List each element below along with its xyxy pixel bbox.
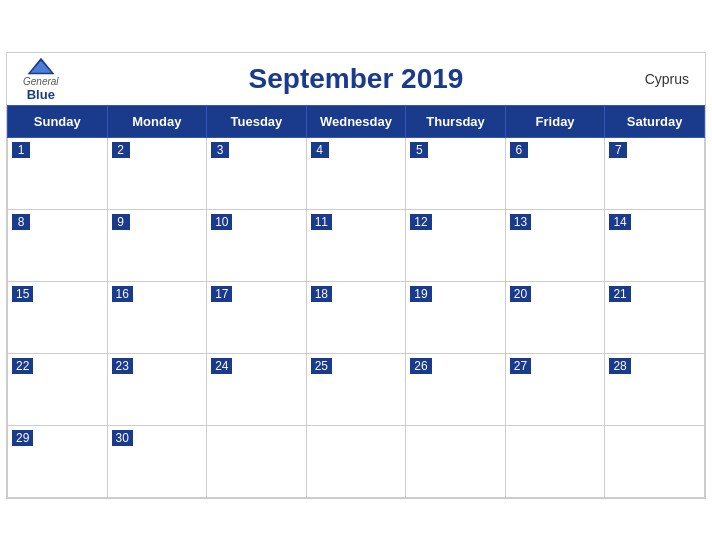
day-number: 30 <box>112 430 133 446</box>
header-wednesday: Wednesday <box>306 105 406 137</box>
day-number: 1 <box>12 142 30 158</box>
header-saturday: Saturday <box>605 105 705 137</box>
calendar-day-cell: 3 <box>207 137 307 209</box>
header-monday: Monday <box>107 105 207 137</box>
calendar-title: September 2019 <box>249 63 464 95</box>
day-number: 16 <box>112 286 133 302</box>
day-number: 26 <box>410 358 431 374</box>
calendar-day-cell <box>207 425 307 497</box>
day-number: 5 <box>410 142 428 158</box>
calendar-day-cell <box>505 425 605 497</box>
header-friday: Friday <box>505 105 605 137</box>
calendar-day-cell: 4 <box>306 137 406 209</box>
day-number: 12 <box>410 214 431 230</box>
day-number: 7 <box>609 142 627 158</box>
calendar-week-row: 15161718192021 <box>8 281 705 353</box>
calendar-day-cell: 7 <box>605 137 705 209</box>
day-number: 4 <box>311 142 329 158</box>
calendar-week-row: 891011121314 <box>8 209 705 281</box>
calendar-day-cell: 29 <box>8 425 108 497</box>
calendar-day-cell: 1 <box>8 137 108 209</box>
day-number: 2 <box>112 142 130 158</box>
day-number: 18 <box>311 286 332 302</box>
calendar-day-cell: 12 <box>406 209 506 281</box>
calendar-day-cell: 13 <box>505 209 605 281</box>
calendar-day-cell: 6 <box>505 137 605 209</box>
calendar-day-cell: 14 <box>605 209 705 281</box>
weekday-header-row: Sunday Monday Tuesday Wednesday Thursday… <box>8 105 705 137</box>
day-number: 13 <box>510 214 531 230</box>
calendar-day-cell <box>406 425 506 497</box>
day-number: 27 <box>510 358 531 374</box>
calendar-week-row: 2930 <box>8 425 705 497</box>
calendar-day-cell: 24 <box>207 353 307 425</box>
calendar-day-cell: 16 <box>107 281 207 353</box>
calendar-day-cell: 22 <box>8 353 108 425</box>
day-number: 11 <box>311 214 332 230</box>
calendar-day-cell: 9 <box>107 209 207 281</box>
calendar-day-cell: 21 <box>605 281 705 353</box>
calendar-header: General Blue September 2019 Cyprus <box>7 53 705 105</box>
calendar-day-cell: 23 <box>107 353 207 425</box>
calendar-day-cell <box>605 425 705 497</box>
day-number: 17 <box>211 286 232 302</box>
day-number: 28 <box>609 358 630 374</box>
calendar-day-cell: 8 <box>8 209 108 281</box>
calendar-day-cell: 15 <box>8 281 108 353</box>
day-number: 29 <box>12 430 33 446</box>
day-number: 15 <box>12 286 33 302</box>
day-number: 19 <box>410 286 431 302</box>
calendar-week-row: 1234567 <box>8 137 705 209</box>
calendar-day-cell: 5 <box>406 137 506 209</box>
calendar-day-cell: 11 <box>306 209 406 281</box>
day-number: 6 <box>510 142 528 158</box>
day-number: 23 <box>112 358 133 374</box>
logo-general-text: General <box>23 76 59 87</box>
calendar-week-row: 22232425262728 <box>8 353 705 425</box>
calendar-day-cell: 25 <box>306 353 406 425</box>
day-number: 25 <box>311 358 332 374</box>
day-number: 22 <box>12 358 33 374</box>
country-label: Cyprus <box>645 71 689 87</box>
calendar-day-cell: 19 <box>406 281 506 353</box>
day-number: 9 <box>112 214 130 230</box>
header-thursday: Thursday <box>406 105 506 137</box>
calendar-container: General Blue September 2019 Cyprus Sunda… <box>6 52 706 499</box>
day-number: 14 <box>609 214 630 230</box>
calendar-day-cell: 2 <box>107 137 207 209</box>
day-number: 21 <box>609 286 630 302</box>
day-number: 8 <box>12 214 30 230</box>
day-number: 20 <box>510 286 531 302</box>
calendar-day-cell: 17 <box>207 281 307 353</box>
calendar-day-cell: 20 <box>505 281 605 353</box>
day-number: 10 <box>211 214 232 230</box>
general-blue-logo-icon <box>26 56 56 76</box>
day-number: 24 <box>211 358 232 374</box>
calendar-day-cell: 10 <box>207 209 307 281</box>
calendar-day-cell: 28 <box>605 353 705 425</box>
calendar-day-cell: 26 <box>406 353 506 425</box>
calendar-day-cell <box>306 425 406 497</box>
calendar-day-cell: 30 <box>107 425 207 497</box>
logo-area: General Blue <box>23 56 59 102</box>
calendar-body: 1234567891011121314151617181920212223242… <box>8 137 705 497</box>
calendar-table: Sunday Monday Tuesday Wednesday Thursday… <box>7 105 705 498</box>
header-tuesday: Tuesday <box>207 105 307 137</box>
logo-blue-text: Blue <box>27 87 55 102</box>
day-number: 3 <box>211 142 229 158</box>
header-sunday: Sunday <box>8 105 108 137</box>
calendar-day-cell: 18 <box>306 281 406 353</box>
calendar-day-cell: 27 <box>505 353 605 425</box>
